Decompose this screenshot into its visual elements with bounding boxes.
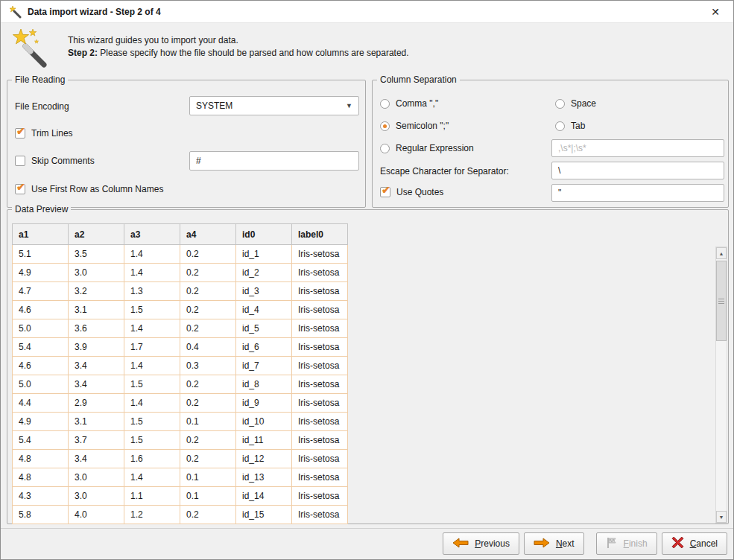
arrow-left-icon — [452, 538, 469, 550]
table-row[interactable]: 4.93.01.40.2id_2Iris-setosa — [13, 264, 348, 282]
quote-character-input[interactable] — [551, 184, 724, 202]
scrollbar-thumb[interactable] — [716, 261, 727, 341]
table-cell: 1.7 — [124, 338, 180, 357]
table-row[interactable]: 4.83.41.60.2id_12Iris-setosa — [13, 450, 348, 468]
table-cell: 0.2 — [180, 506, 236, 524]
table-cell: id_14 — [236, 487, 292, 506]
column-header-a1[interactable]: a1 — [13, 224, 69, 245]
use-quotes-label: Use Quotes — [396, 187, 443, 197]
column-header-label0[interactable]: label0 — [292, 224, 348, 245]
column-separation-group: Column Separation Comma "," Space Semico… — [372, 80, 729, 208]
data-import-wizard-window: Data import wizard - Step 2 of 4 ✕ This … — [0, 0, 734, 560]
table-cell: 1.5 — [124, 431, 180, 450]
close-icon[interactable]: ✕ — [705, 4, 726, 19]
checkbox-checked-icon: ✔ — [15, 128, 25, 139]
table-cell: Iris-setosa — [292, 264, 348, 282]
table-cell: 4.0 — [69, 506, 124, 524]
table-cell: 3.2 — [69, 282, 124, 301]
column-header-a2[interactable]: a2 — [69, 224, 124, 245]
table-cell: 4.9 — [13, 413, 69, 431]
table-row[interactable]: 4.93.11.50.1id_10Iris-setosa — [13, 413, 348, 431]
table-header-row: a1a2a3a4id0label0 — [13, 224, 348, 245]
table-row[interactable]: 4.63.41.40.3id_7Iris-setosa — [13, 357, 348, 375]
cancel-button[interactable]: Cancel — [662, 532, 727, 555]
table-cell: Iris-setosa — [292, 282, 348, 301]
table-row[interactable]: 4.83.01.40.1id_13Iris-setosa — [13, 468, 348, 487]
table-row[interactable]: 5.03.41.50.2id_8Iris-setosa — [13, 375, 348, 394]
next-button-label: Next — [556, 538, 575, 549]
title-bar: Data import wizard - Step 2 of 4 ✕ — [1, 1, 733, 23]
scroll-down-button[interactable]: ▼ — [716, 511, 727, 523]
table-row[interactable]: 4.63.11.50.2id_4Iris-setosa — [13, 301, 348, 319]
first-row-column-names-checkbox[interactable]: ✔ Use First Row as Column Names — [15, 184, 163, 194]
regex-input[interactable] — [551, 139, 724, 157]
scroll-up-button[interactable]: ▲ — [716, 247, 727, 259]
next-button[interactable]: Next — [524, 532, 584, 555]
arrow-right-icon — [534, 538, 550, 550]
data-preview-group: Data Preview a1a2a3a4id0label0 5.13.51.4… — [7, 209, 729, 524]
column-separation-group-title: Column Separation — [377, 74, 460, 85]
use-quotes-checkbox[interactable]: ✔ Use Quotes — [380, 187, 443, 197]
table-cell: id_4 — [236, 301, 292, 319]
table-cell: 1.4 — [124, 245, 180, 264]
previous-button[interactable]: Previous — [443, 532, 519, 555]
table-cell: 5.4 — [13, 338, 69, 357]
semicolon-radio[interactable]: Semicolon ";" — [380, 121, 449, 131]
table-row[interactable]: 4.33.01.10.1id_14Iris-setosa — [13, 487, 348, 506]
table-cell: Iris-setosa — [292, 245, 348, 264]
escape-character-input[interactable] — [551, 162, 724, 179]
table-cell: 0.4 — [180, 338, 236, 357]
table-cell: 1.6 — [124, 450, 180, 468]
file-encoding-select[interactable]: SYSTEM ▼ — [189, 96, 359, 115]
table-cell: 1.4 — [124, 468, 180, 487]
preview-scrollbar[interactable]: ▲ ▼ — [715, 246, 727, 524]
table-row[interactable]: 5.43.71.50.2id_11Iris-setosa — [13, 431, 348, 450]
trim-lines-checkbox[interactable]: ✔ Trim Lines — [15, 128, 73, 139]
step-text: Please specify how the file should be pa… — [98, 48, 409, 58]
table-row[interactable]: 4.73.21.30.2id_3Iris-setosa — [13, 282, 348, 301]
table-cell: 0.2 — [180, 431, 236, 450]
table-cell: 1.4 — [124, 357, 180, 375]
tab-radio[interactable]: Tab — [555, 121, 585, 131]
table-cell: Iris-setosa — [292, 338, 348, 357]
previous-button-label: Previous — [475, 538, 510, 549]
table-cell: 3.7 — [69, 431, 124, 450]
table-row[interactable]: 4.42.91.40.2id_9Iris-setosa — [13, 394, 348, 413]
table-cell: Iris-setosa — [292, 301, 348, 319]
comma-radio[interactable]: Comma "," — [380, 98, 438, 109]
table-row[interactable]: 5.13.51.40.2id_1Iris-setosa — [13, 245, 348, 264]
thumb-grip-icon — [718, 299, 724, 304]
table-cell: 0.2 — [180, 245, 236, 264]
table-row[interactable]: 5.84.01.20.2id_15Iris-setosa — [13, 506, 348, 524]
table-cell: id_15 — [236, 506, 292, 524]
regex-label: Regular Expression — [396, 143, 474, 153]
table-cell: 1.4 — [124, 394, 180, 413]
table-row[interactable]: 5.43.91.70.4id_6Iris-setosa — [13, 338, 348, 357]
table-cell: 3.0 — [69, 487, 124, 506]
table-cell: 4.6 — [13, 301, 69, 319]
table-cell: id_6 — [236, 338, 292, 357]
table-row[interactable]: 5.03.61.40.2id_5Iris-setosa — [13, 319, 348, 338]
table-cell: 0.1 — [180, 487, 236, 506]
column-header-id0[interactable]: id0 — [236, 224, 292, 245]
column-header-a3[interactable]: a3 — [124, 224, 180, 245]
skip-comments-label: Skip Comments — [31, 156, 95, 166]
table-cell: 1.4 — [124, 264, 180, 282]
table-cell: 3.1 — [69, 413, 124, 431]
table-cell: 4.8 — [13, 450, 69, 468]
skip-comments-input[interactable] — [189, 151, 359, 171]
footer-separator — [1, 528, 733, 529]
column-header-a4[interactable]: a4 — [180, 224, 236, 245]
table-cell: id_3 — [236, 282, 292, 301]
table-cell: 0.3 — [180, 357, 236, 375]
regex-radio[interactable]: Regular Expression — [380, 143, 474, 153]
radio-unselected-icon — [555, 121, 565, 131]
table-cell: 3.9 — [69, 338, 124, 357]
table-cell: 5.8 — [13, 506, 69, 524]
step-label: Step 2: — [68, 48, 98, 58]
space-label: Space — [571, 98, 596, 109]
table-cell: id_12 — [236, 450, 292, 468]
skip-comments-checkbox[interactable]: Skip Comments — [15, 156, 95, 166]
space-radio[interactable]: Space — [555, 98, 596, 109]
radio-unselected-icon — [555, 99, 565, 109]
